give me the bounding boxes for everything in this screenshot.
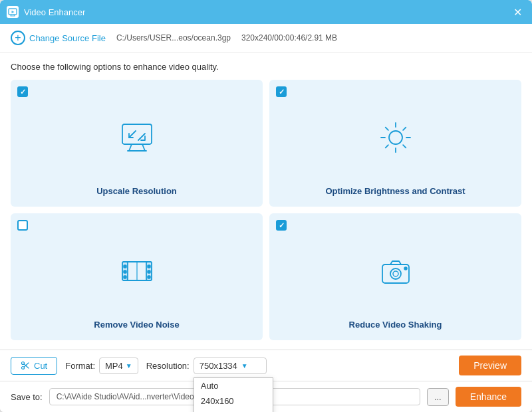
- svg-line-7: [138, 134, 145, 140]
- change-source-label: Change Source File: [29, 33, 106, 43]
- scissors-icon: [21, 361, 30, 370]
- format-value: MP4: [105, 361, 123, 371]
- svg-rect-20: [124, 265, 126, 268]
- res-option-auto[interactable]: Auto: [194, 378, 273, 393]
- shaking-checkbox[interactable]: [276, 220, 287, 231]
- format-arrow-icon: ▼: [126, 362, 132, 369]
- svg-point-28: [390, 268, 401, 279]
- resolution-select[interactable]: 750x1334 ▼: [194, 358, 267, 374]
- svg-rect-24: [148, 270, 150, 273]
- cut-button[interactable]: Cut: [11, 357, 57, 375]
- shaking-label: Reduce Video Shaking: [349, 320, 442, 330]
- format-group: Format: MP4 ▼: [65, 358, 138, 374]
- svg-rect-22: [124, 276, 126, 278]
- svg-rect-2: [122, 124, 152, 144]
- svg-line-15: [403, 128, 406, 130]
- options-grid: Upscale Resolution: [11, 80, 521, 340]
- svg-line-13: [385, 128, 388, 130]
- svg-line-4: [142, 144, 145, 151]
- cut-label: Cut: [34, 361, 47, 371]
- res-option-240x160[interactable]: 240x160: [194, 393, 273, 409]
- preview-button[interactable]: Preview: [459, 356, 521, 375]
- brightness-icon-wrap: [377, 88, 414, 186]
- subtitle: Choose the following options to enhance …: [11, 62, 521, 72]
- bottom-toolbar: Cut Format: MP4 ▼ Resolution: 750x1334 ▼…: [0, 350, 532, 381]
- close-button[interactable]: ✕: [509, 4, 525, 20]
- enhance-button[interactable]: Enhance: [456, 387, 521, 407]
- svg-marker-1: [12, 11, 15, 13]
- main-content: Choose the following options to enhance …: [0, 52, 532, 350]
- source-info: 320x240/00:00:46/2.91 MB: [241, 33, 337, 43]
- resolution-dropdown: Auto 240x160 320x240 480x320 640x360 640…: [194, 377, 273, 413]
- app-icon: [7, 6, 19, 18]
- titlebar: Video Enhancer ✕: [0, 0, 532, 24]
- svg-point-29: [393, 271, 398, 276]
- resolution-group: Resolution: 750x1334 ▼ Auto 240x160 320x…: [146, 358, 267, 374]
- brightness-checkbox[interactable]: [276, 86, 287, 97]
- svg-line-16: [385, 145, 388, 148]
- save-label: Save to:: [11, 392, 43, 402]
- source-bar: + Change Source File C:/Users/USER...eos…: [0, 24, 532, 52]
- noise-checkbox[interactable]: [17, 220, 28, 231]
- upscale-label: Upscale Resolution: [96, 186, 177, 196]
- option-shaking: Reduce Video Shaking: [269, 213, 521, 340]
- plus-icon: +: [11, 31, 25, 45]
- source-path: C:/Users/USER...eos/ocean.3gp: [116, 33, 231, 43]
- sun-icon: [377, 119, 414, 156]
- option-noise: Remove Video Noise: [11, 213, 263, 340]
- option-upscale: Upscale Resolution: [11, 80, 263, 207]
- svg-line-3: [129, 144, 132, 151]
- svg-rect-21: [124, 270, 126, 273]
- noise-icon-wrap: [118, 221, 156, 320]
- format-select[interactable]: MP4 ▼: [99, 358, 138, 374]
- svg-rect-25: [148, 276, 150, 278]
- film-icon: [118, 253, 156, 290]
- monitor-icon: [118, 119, 156, 156]
- camera-icon: [377, 253, 414, 290]
- svg-point-30: [404, 267, 407, 270]
- format-label: Format:: [65, 361, 95, 371]
- resolution-arrow-icon: ▼: [241, 362, 248, 369]
- upscale-checkbox[interactable]: [17, 86, 28, 97]
- brightness-label: Optimize Brightness and Contrast: [325, 186, 465, 196]
- option-brightness: Optimize Brightness and Contrast: [269, 80, 521, 207]
- upscale-icon-wrap: [118, 88, 156, 186]
- browse-button[interactable]: ...: [427, 388, 449, 406]
- svg-point-8: [389, 131, 402, 144]
- resolution-value: 750x1334: [200, 361, 237, 371]
- resolution-select-wrap: 750x1334 ▼ Auto 240x160 320x240 480x320 …: [194, 358, 267, 374]
- svg-line-14: [403, 145, 406, 148]
- change-source-button[interactable]: + Change Source File: [11, 31, 106, 45]
- app-window: Video Enhancer ✕ + Change Source File C:…: [0, 0, 532, 412]
- resolution-label: Resolution:: [146, 361, 190, 371]
- res-option-320x240[interactable]: 320x240: [194, 409, 273, 413]
- svg-line-6: [129, 131, 136, 138]
- titlebar-left: Video Enhancer: [7, 6, 85, 18]
- noise-label: Remove Video Noise: [94, 320, 179, 330]
- svg-rect-23: [148, 265, 150, 268]
- resolution-dropdown-scroll[interactable]: Auto 240x160 320x240 480x320 640x360 640…: [194, 378, 273, 413]
- shaking-icon-wrap: [377, 221, 414, 320]
- titlebar-title: Video Enhancer: [24, 7, 85, 17]
